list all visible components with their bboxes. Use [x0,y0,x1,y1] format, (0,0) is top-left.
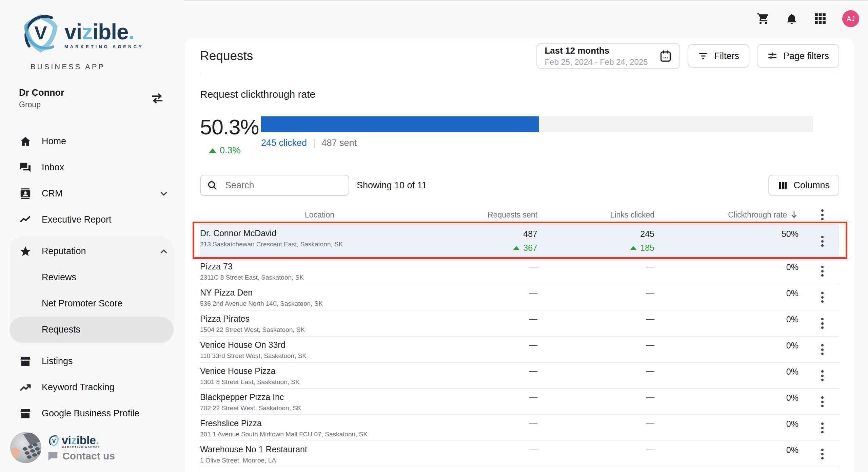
sidebar-item-requests[interactable]: Requests [9,317,174,343]
links-clicked-value: — [554,258,654,271]
sidebar-item-reviews[interactable]: Reviews [9,264,174,290]
user-avatar[interactable]: AJ [842,10,859,27]
row-menu-icon[interactable] [821,264,824,278]
table-row[interactable]: Dr. Connor McDavid 213 Saskatchewan Cres… [200,225,839,258]
links-clicked-value: — [554,310,654,324]
account-name: Dr Connor [19,88,64,98]
table-row[interactable]: Venice House Pizza1301 8 Street East, Sa… [200,363,839,389]
sort-desc-icon[interactable] [790,210,798,219]
locations-table: Location Requests sent Links clicked Cli… [200,205,839,472]
location-address: 702 22 Street West, Saskatoon, SK [200,404,409,412]
requests-sent-value: — [409,467,537,472]
row-menu-icon[interactable] [821,447,824,461]
sidebar-item-label: Listings [42,356,73,366]
table-row[interactable]: Pizza 732311C 8 Street East, Saskatoon, … [200,258,839,284]
links-clicked-value: — [554,415,654,428]
header-requests-sent[interactable]: Requests sent [409,210,554,220]
trending-up-icon [19,381,32,394]
svg-text:V: V [34,22,47,43]
contact-us-label: Contact us [62,450,115,462]
sidebar-item-keyword-tracking[interactable]: Keyword Tracking [0,374,183,400]
clickthrough-rate-value: 0% [673,467,798,472]
table-menu-icon[interactable] [821,208,824,222]
row-menu-icon[interactable] [821,343,824,356]
table-row[interactable]: Venice House On 33rd110 33rd Street West… [200,337,839,363]
contact-us-button[interactable]: Contact us [47,450,115,462]
switch-account-icon[interactable] [151,92,164,105]
links-clicked-value: — [554,467,654,472]
account-info: Dr Connor Group [19,88,64,109]
sidebar-item-label: Inbox [42,162,64,173]
table-row[interactable]: Freshslice Pizza201 1 Avenue South Midto… [200,415,839,441]
sidebar-item-reputation[interactable]: Reputation [9,238,174,264]
links-clicked-value: — [554,441,654,454]
sidebar-item-inbox[interactable]: Inbox [0,154,183,181]
filters-button[interactable]: Filters [688,44,749,68]
row-menu-icon[interactable] [821,369,824,382]
location-name: Freshslice Pizza [200,418,409,428]
bell-icon[interactable] [785,12,798,25]
table-row[interactable]: NY Pizza Den536 2nd Avenue North 140, Sa… [200,284,839,310]
row-menu-icon[interactable] [821,234,824,248]
row-menu-icon[interactable] [821,421,824,435]
table-row[interactable]: Thirteen Pies Pizza + Bar — — 0% [200,467,839,472]
sidebar-item-net-promoter-score[interactable]: Net Promoter Score [9,290,174,317]
header-clickthrough-rate[interactable]: Clickthrough rate [673,210,805,220]
row-menu-icon[interactable] [821,317,824,330]
sliders-icon [767,51,778,61]
clickthrough-rate-value: 0% [673,310,798,324]
table-row[interactable]: Warehouse No 1 Restaurant1 Olive Street,… [200,441,839,467]
vizible-shield-icon: V [47,434,60,447]
location-name: Thirteen Pies Pizza + Bar [200,471,409,472]
row-menu-icon[interactable] [821,395,824,409]
location-name: Venice House On 33rd [200,340,409,350]
clickthrough-rate-value: 0% [673,258,798,272]
sidebar-item-listings[interactable]: Listings [0,348,183,374]
columns-label: Columns [793,180,830,191]
requests-sent-value: — [409,389,537,402]
location-address: 1504 22 Street West, Saskatoon, SK [200,326,409,334]
sidebar-item-home[interactable]: Home [0,128,183,154]
reputation-group: Reputation Reviews Net Promoter Score Re… [9,236,174,345]
location-address: 2311C 8 Street East, Saskatoon, SK [200,274,409,281]
date-range-value: Feb 25, 2024 - Feb 24, 2025 [545,57,648,67]
cart-icon[interactable] [757,12,770,25]
sidebar-item-crm[interactable]: CRM [0,181,183,207]
table-row[interactable]: Pizza Pirates1504 22 Street West, Saskat… [200,310,839,337]
table-header: Location Requests sent Links clicked Cli… [200,205,839,225]
search-input[interactable] [225,180,342,191]
location-name: Dr. Connor McDavid [200,228,409,238]
links-clicked-delta: 185 [554,243,654,253]
crm-card-icon [19,188,32,200]
brand-wordmark: vizible. [62,434,100,447]
requests-sent-value: — [409,363,537,376]
location-name: Pizza 73 [200,262,409,271]
search-box[interactable] [200,175,349,196]
clicked-count-link[interactable]: 245 clicked [261,138,307,148]
apps-grid-icon[interactable] [814,12,827,25]
sidebar-item-google-business-profile[interactable]: Google Business Profile [0,400,183,427]
brand-tagline: MARKETING AGENCY [64,44,143,49]
sidebar-item-label: Google Business Profile [42,408,139,419]
star-icon [19,245,32,258]
date-range-label: Last 12 months [545,45,648,56]
ctr-bar-track [261,116,813,132]
sidebar-item-label: Keyword Tracking [42,382,115,393]
table-row[interactable]: Blackpepper Pizza Inc702 22 Street West,… [200,389,839,415]
chevron-down-icon [159,189,169,199]
requests-sent-delta: 367 [409,243,537,253]
avatar-initials: AJ [847,15,855,23]
location-name: Pizza Pirates [200,314,409,324]
header-links-clicked[interactable]: Links clicked [554,210,673,220]
columns-button[interactable]: Columns [768,175,839,196]
location-address: 1301 8 Street East, Saskatoon, SK [200,378,409,386]
date-range-picker[interactable]: Last 12 months Feb 25, 2024 - Feb 24, 20… [536,43,680,69]
location-name: NY Pizza Den [200,288,409,298]
header-location[interactable]: Location [200,210,409,220]
row-menu-icon[interactable] [821,290,824,304]
sidebar-item-executive-report[interactable]: Executive Report [0,207,183,233]
page-filters-button[interactable]: Page filters [757,44,839,68]
sidebar: V vizible. MARKETING AGENCY BUSINESS APP… [0,0,183,472]
location-name: Venice House Pizza [200,366,409,376]
delta-up-icon [209,148,216,153]
